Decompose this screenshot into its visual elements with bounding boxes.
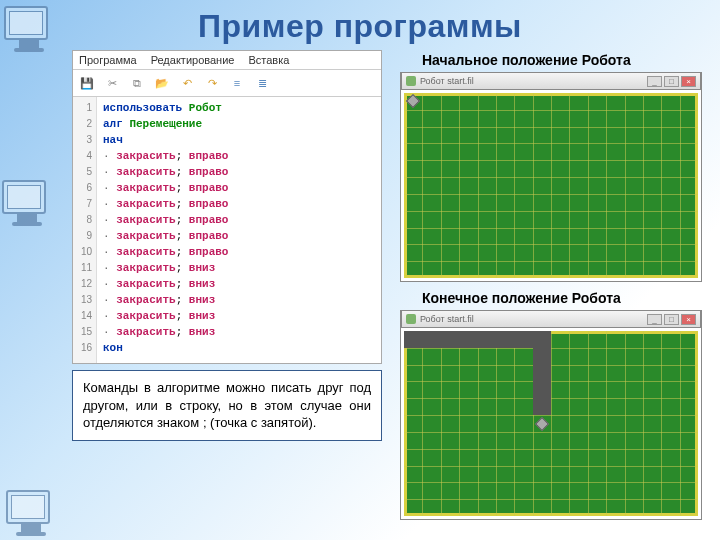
maximize-icon[interactable]: □ xyxy=(664,76,679,87)
outdent-icon[interactable]: ≣ xyxy=(252,73,272,93)
window-title: Робот start.fil xyxy=(420,76,474,86)
minimize-icon[interactable]: _ xyxy=(647,314,662,325)
deco-monitor-icon xyxy=(4,6,54,56)
deco-monitor-icon xyxy=(2,180,52,230)
deco-monitor-icon xyxy=(6,490,56,540)
window-title: Робот start.fil xyxy=(420,314,474,324)
copy-icon[interactable]: ⧉ xyxy=(127,73,147,93)
redo-icon[interactable]: ↷ xyxy=(202,73,222,93)
close-icon[interactable]: × xyxy=(681,314,696,325)
robot-titlebar: Робот start.fil _ □ × xyxy=(401,72,701,90)
cut-icon[interactable]: ✂ xyxy=(102,73,122,93)
indent-icon[interactable]: ≡ xyxy=(227,73,247,93)
editor-toolbar: 💾 ✂ ⧉ 📂 ↶ ↷ ≡ ≣ xyxy=(73,70,381,97)
menu-program[interactable]: Программа xyxy=(79,54,137,66)
explanation-box: Команды в алгоритме можно писать друг по… xyxy=(72,370,382,441)
robot-window-final: Робот start.fil _ □ × xyxy=(400,310,702,520)
line-gutter: 12345678910111213141516 xyxy=(73,97,97,363)
app-icon xyxy=(406,76,416,86)
robot-field-final xyxy=(404,331,698,516)
save-icon[interactable]: 💾 xyxy=(77,73,97,93)
code-body: использовать Роботалг Перемещениенач· за… xyxy=(97,97,381,363)
robot-titlebar: Робот start.fil _ □ × xyxy=(401,310,701,328)
undo-icon[interactable]: ↶ xyxy=(177,73,197,93)
robot-window-initial: Робот start.fil _ □ × xyxy=(400,72,702,282)
app-icon xyxy=(406,314,416,324)
caption-initial: Начальное положение Робота xyxy=(422,52,702,68)
robot-field-initial xyxy=(404,93,698,278)
menu-insert[interactable]: Вставка xyxy=(248,54,289,66)
open-icon[interactable]: 📂 xyxy=(152,73,172,93)
caption-final: Конечное положение Робота xyxy=(422,290,702,306)
minimize-icon[interactable]: _ xyxy=(647,76,662,87)
editor-menu: Программа Редактирование Вставка xyxy=(73,51,381,70)
maximize-icon[interactable]: □ xyxy=(664,314,679,325)
menu-edit[interactable]: Редактирование xyxy=(151,54,235,66)
code-editor: Программа Редактирование Вставка 💾 ✂ ⧉ 📂… xyxy=(72,50,382,364)
slide-title: Пример программы xyxy=(0,0,720,45)
close-icon[interactable]: × xyxy=(681,76,696,87)
